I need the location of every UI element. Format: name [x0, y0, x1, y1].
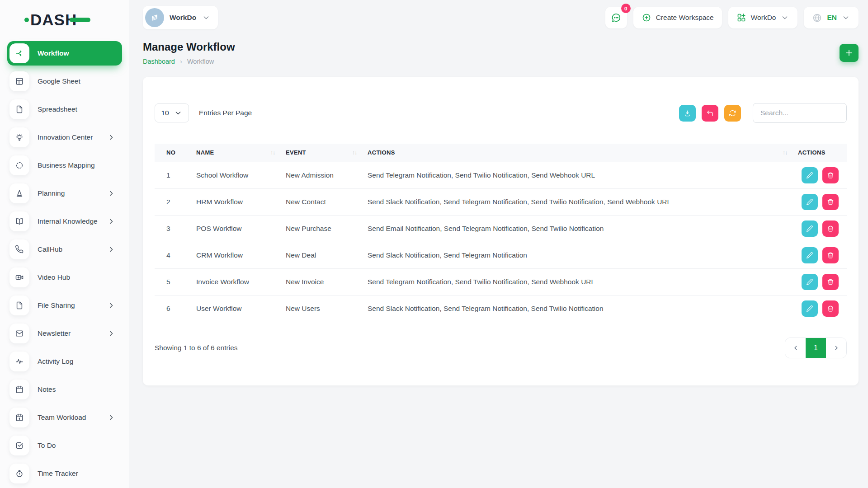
- search-input[interactable]: [753, 103, 847, 123]
- column-header-no: NO: [155, 144, 196, 162]
- row-actions: [798, 194, 847, 210]
- book-icon: [9, 211, 29, 231]
- chevron-right-icon: [107, 329, 116, 338]
- table-row: 6 User Workflow New Users Send Slack Not…: [155, 295, 847, 322]
- chevron-down-icon: [841, 13, 850, 22]
- sidebar-item-innovation-center[interactable]: Innovation Center: [7, 125, 122, 150]
- refresh-button[interactable]: [724, 105, 741, 122]
- workspace-menu-button[interactable]: WorkDo: [728, 7, 798, 28]
- app-layout: DASH Workflow Google Sheet Spreadsheet I…: [0, 0, 868, 488]
- reset-button[interactable]: [702, 105, 718, 122]
- create-workspace-button[interactable]: Create Workspace: [633, 7, 722, 28]
- sidebar-item-google-sheet[interactable]: Google Sheet: [7, 69, 122, 94]
- sidebar-item-to-do[interactable]: To Do: [7, 433, 122, 458]
- column-header-label: ACTIONS: [798, 149, 826, 156]
- cell-no: 2: [155, 188, 196, 215]
- sidebar-item-notes[interactable]: Notes: [7, 377, 122, 402]
- row-actions: [798, 247, 847, 263]
- language-selector[interactable]: EN: [804, 7, 859, 28]
- entries-per-page-value: 10: [161, 109, 169, 117]
- delete-button[interactable]: [822, 274, 839, 290]
- delete-button[interactable]: [822, 221, 839, 237]
- page-head-text: Manage Workflow Dashboard › Workflow: [143, 41, 235, 65]
- export-button[interactable]: [679, 105, 696, 122]
- plus-circle-icon: [642, 13, 651, 23]
- messages-button[interactable]: 0: [605, 7, 627, 28]
- entries-per-page-select[interactable]: 10: [155, 103, 189, 122]
- sidebar-item-spreadsheet[interactable]: Spreadsheet: [7, 97, 122, 122]
- undo-icon: [706, 109, 714, 117]
- check-square-icon: [9, 436, 29, 455]
- sidebar-item-label: To Do: [38, 441, 56, 450]
- trash-icon: [827, 252, 834, 259]
- chevron-right-icon: [107, 189, 116, 198]
- sidebar-item-label: Spreadsheet: [38, 105, 77, 113]
- refresh-icon: [729, 109, 736, 117]
- workspace-selector[interactable]: WorkDo: [143, 6, 218, 29]
- cell-actions: Send Telegram Notification, Send Twilio …: [368, 162, 798, 188]
- delete-button[interactable]: [822, 300, 839, 317]
- edit-button[interactable]: [802, 247, 818, 263]
- edit-button[interactable]: [802, 300, 818, 317]
- sidebar-item-callhub[interactable]: CallHub: [7, 237, 122, 262]
- edit-button[interactable]: [802, 274, 818, 290]
- sidebar-item-label: CallHub: [38, 245, 62, 253]
- column-header-label: NO: [166, 149, 175, 156]
- edit-button[interactable]: [802, 221, 818, 237]
- app-logo: DASH: [7, 0, 122, 40]
- edit-button[interactable]: [802, 194, 818, 210]
- delete-button[interactable]: [822, 247, 839, 263]
- sidebar-item-time-tracker[interactable]: Time Tracker: [7, 461, 122, 486]
- delete-button[interactable]: [822, 194, 839, 210]
- trash-icon: [827, 225, 834, 232]
- file-icon: [9, 296, 29, 315]
- sidebar-item-internal-knowledge[interactable]: Internal Knowledge: [7, 209, 122, 234]
- add-workflow-button[interactable]: [840, 44, 859, 62]
- cell-event: New Contact: [286, 188, 368, 215]
- current-page-button[interactable]: 1: [806, 338, 826, 358]
- delete-button[interactable]: [822, 167, 839, 183]
- next-page-button[interactable]: [826, 338, 846, 358]
- cell-name: School Workflow: [196, 162, 286, 188]
- table-header-row: NO NAME↑↓ EVENT↑↓ ACTIONS↑↓ ACTIONS: [155, 144, 847, 162]
- sidebar-item-planning[interactable]: Planning: [7, 181, 122, 206]
- edit-button[interactable]: [802, 167, 818, 183]
- cell-event: New Users: [286, 295, 368, 322]
- sidebar-item-label: Video Hub: [38, 273, 70, 282]
- previous-page-button[interactable]: [785, 338, 806, 358]
- entries-per-page-label: Entries Per Page: [199, 109, 252, 117]
- sidebar-item-file-sharing[interactable]: File Sharing: [7, 293, 122, 318]
- cell-name: HRM Workflow: [196, 188, 286, 215]
- sort-toggle-icon[interactable]: ↑↓: [783, 150, 798, 156]
- sidebar-item-newsletter[interactable]: Newsletter: [7, 321, 122, 346]
- sort-toggle-icon[interactable]: ↑↓: [352, 150, 368, 156]
- pencil-icon: [806, 305, 813, 312]
- sidebar-item-team-workload[interactable]: Team Workload: [7, 405, 122, 430]
- dashed-circle-icon: [9, 155, 29, 175]
- chevron-right-icon: [107, 413, 116, 422]
- sidebar-item-label: Activity Log: [38, 357, 73, 366]
- language-label: EN: [827, 14, 837, 22]
- row-actions: [798, 274, 847, 290]
- sidebar-item-label: Planning: [38, 189, 65, 197]
- chevron-down-icon: [174, 108, 183, 117]
- sidebar-item-business-mapping[interactable]: Business Mapping: [7, 153, 122, 178]
- trash-icon: [827, 305, 834, 312]
- sort-toggle-icon[interactable]: ↑↓: [270, 150, 286, 156]
- sidebar-item-label: Workflow: [38, 49, 69, 57]
- breadcrumb-separator: ›: [180, 57, 182, 65]
- phone-icon: [9, 239, 29, 259]
- sidebar-item-video-hub[interactable]: Video Hub: [7, 265, 122, 290]
- sidebar-item-label: Innovation Center: [38, 133, 93, 141]
- topbar-actions: 0 Create Workspace WorkDo EN: [605, 7, 859, 28]
- grid-plus-icon: [736, 13, 746, 23]
- breadcrumb-dashboard-link[interactable]: Dashboard: [143, 58, 175, 65]
- chevron-right-icon: [107, 133, 116, 142]
- trash-icon: [827, 278, 834, 286]
- sidebar-item-activity-log[interactable]: Activity Log: [7, 349, 122, 374]
- pencil-icon: [806, 278, 813, 286]
- sidebar-item-workflow[interactable]: Workflow: [7, 41, 122, 66]
- plus-icon: [844, 48, 854, 57]
- workspace-avatar: [145, 8, 164, 27]
- row-actions: [798, 167, 847, 183]
